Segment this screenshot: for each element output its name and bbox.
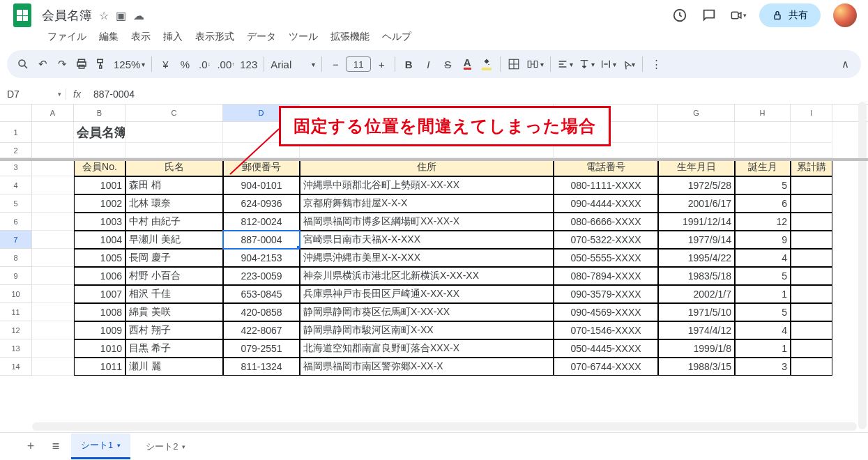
row-header[interactable]: 13 [0,339,32,358]
row-header[interactable]: 2 [0,143,32,158]
row-header[interactable]: 4 [0,176,32,194]
col-header-A[interactable]: A [32,105,74,121]
cell[interactable]: 1009 [74,321,125,339]
cell[interactable]: 森田 梢 [125,176,223,194]
cell[interactable]: 1008 [74,303,125,321]
cell[interactable]: 624-0936 [223,194,300,213]
cell[interactable]: 1988/3/15 [658,358,735,376]
cell[interactable] [791,194,832,213]
cell[interactable] [791,267,832,285]
cell[interactable] [791,321,832,339]
cell[interactable]: 宮崎県日南市天福X-X-XXX [300,231,554,249]
col-header-H[interactable]: H [735,105,791,121]
cell[interactable]: 中村 由紀子 [125,213,223,231]
cell[interactable] [791,285,832,303]
cell[interactable]: 887-0004 [223,231,300,249]
wrap-button[interactable]: ▾ [598,54,618,74]
cell[interactable]: 兵庫県神戸市長田区戸崎通X-XX-XX [300,285,554,303]
cell[interactable]: 079-2551 [223,339,300,358]
cell[interactable]: 1 [735,339,791,358]
more-formats-button[interactable]: 123 [238,54,259,74]
horizontal-scrollbar[interactable] [32,422,857,431]
cell[interactable] [32,303,74,321]
user-avatar[interactable] [833,3,857,27]
row-header[interactable]: 7 [0,231,32,249]
print-button[interactable] [73,54,91,74]
cell[interactable] [32,339,74,358]
cell[interactable] [74,143,125,158]
sheets-logo[interactable] [8,1,36,29]
cell[interactable] [125,122,223,143]
row-header[interactable]: 9 [0,267,32,285]
cell[interactable] [791,249,832,267]
cell[interactable] [32,143,74,158]
decrease-font-button[interactable]: − [326,54,344,74]
cell[interactable] [32,231,74,249]
cell[interactable]: 080-1111-XXXX [554,176,658,194]
cell[interactable]: 090-4444-XXXX [554,194,658,213]
cell[interactable]: 2001/6/17 [658,194,735,213]
cell[interactable]: 福岡県福岡市南区警弥郷X-XX-X [300,358,554,376]
fill-color-button[interactable] [478,54,496,74]
row-header[interactable]: 8 [0,249,32,267]
spreadsheet-grid[interactable]: A B C D E F G H I 1会員名簿23会員No.氏名郵便番号住所電話… [0,105,868,439]
currency-button[interactable]: ¥ [156,54,174,74]
cell[interactable]: 目黒 希子 [125,339,223,358]
share-button[interactable]: 共有 [759,3,821,27]
cell[interactable] [658,143,735,158]
strikethrough-button[interactable]: S [439,54,457,74]
cell[interactable]: 5 [735,267,791,285]
increase-decimal-button[interactable]: .00↑ [215,54,236,74]
increase-font-button[interactable]: + [372,54,390,74]
cell[interactable]: 1003 [74,213,125,231]
cell[interactable]: 080-6666-XXXX [554,213,658,231]
search-icon[interactable] [14,54,32,74]
valign-button[interactable]: ▾ [577,54,597,74]
col-header-G[interactable]: G [658,105,735,121]
undo-button[interactable]: ↶ [33,54,52,74]
menu-help[interactable]: ヘルプ [376,28,417,46]
cell[interactable]: 6 [735,194,791,213]
cell[interactable]: 早瀬川 美紀 [125,231,223,249]
cell[interactable]: 静岡県静岡市葵区伝馬町X-XX-XX [300,303,554,321]
zoom-dropdown[interactable]: 125%▾ [112,54,147,74]
cell[interactable]: 村野 小百合 [125,267,223,285]
menu-view[interactable]: 表示 [125,28,156,46]
cell[interactable] [791,358,832,376]
cell[interactable]: 904-2153 [223,249,300,267]
cell[interactable]: 050-5555-XXXX [554,249,658,267]
cell[interactable]: 1983/5/18 [658,267,735,285]
italic-button[interactable]: I [419,54,437,74]
menu-data[interactable]: データ [241,28,282,46]
cell[interactable]: 神奈川県横浜市港北区北新横浜X-XX-XX [300,267,554,285]
history-icon[interactable] [671,7,688,24]
cell[interactable]: 1004 [74,231,125,249]
cell[interactable] [32,176,74,194]
cell[interactable]: 福岡県福岡市博多区綱場町XX-XX-X [300,213,554,231]
col-header-C[interactable]: C [125,105,223,121]
menu-file[interactable]: ファイル [42,28,92,46]
paint-format-button[interactable] [92,54,110,74]
cell[interactable]: 050-4445-XXXX [554,339,658,358]
add-sheet-button[interactable]: + [21,437,40,457]
cell[interactable]: 090-3579-XXXX [554,285,658,303]
cell[interactable] [791,143,832,158]
cell[interactable]: 沖縄県中頭郡北谷町上勢頭X-XX-XX [300,176,554,194]
cell[interactable] [791,213,832,231]
cell[interactable]: 070-1546-XXXX [554,321,658,339]
cell[interactable] [32,267,74,285]
cell[interactable]: 1974/4/12 [658,321,735,339]
cell[interactable] [735,143,791,158]
menu-extensions[interactable]: 拡張機能 [325,28,375,46]
cell[interactable]: 223-0059 [223,267,300,285]
freeze-line[interactable] [0,158,868,161]
cell[interactable]: 1977/9/14 [658,231,735,249]
cell[interactable] [32,285,74,303]
row-header[interactable]: 10 [0,285,32,303]
font-size-input[interactable]: 11 [346,56,371,72]
cell[interactable]: 1972/5/28 [658,176,735,194]
menu-format[interactable]: 表示形式 [190,28,240,46]
borders-button[interactable] [505,54,523,74]
cell[interactable]: 1002 [74,194,125,213]
cell[interactable] [791,231,832,249]
